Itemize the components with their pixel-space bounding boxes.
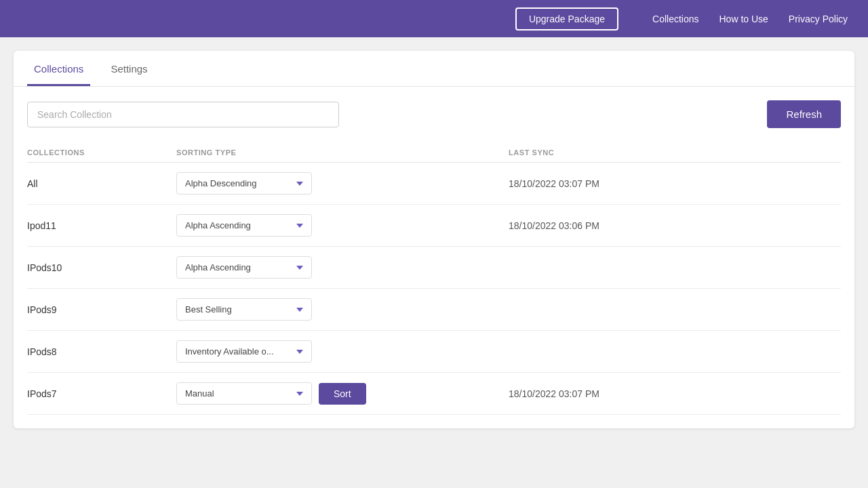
table-row: IPods7Alpha DescendingAlpha AscendingBes… — [27, 373, 841, 415]
table-header: COLLECTIONS SORTING TYPE LAST SYNC — [27, 142, 841, 163]
sort-cell: Alpha DescendingAlpha AscendingBest Sell… — [176, 382, 509, 405]
collection-name: IPods9 — [27, 304, 176, 315]
sort-cell: Alpha DescendingAlpha AscendingBest Sell… — [176, 172, 509, 195]
table-row: Ipod11Alpha DescendingAlpha AscendingBes… — [27, 205, 841, 247]
sort-cell: Alpha DescendingAlpha AscendingBest Sell… — [176, 214, 509, 237]
header-collections: COLLECTIONS — [27, 148, 176, 157]
refresh-button[interactable]: Refresh — [767, 100, 841, 128]
tab-settings[interactable]: Settings — [104, 51, 154, 86]
table-row: IPods10Alpha DescendingAlpha AscendingBe… — [27, 247, 841, 289]
upgrade-package-button[interactable]: Upgrade Package — [515, 7, 618, 30]
sort-select[interactable]: Alpha DescendingAlpha AscendingBest Sell… — [176, 340, 312, 363]
tab-bar: Collections Settings — [14, 51, 854, 87]
nav-collections-link[interactable]: Collections — [652, 14, 698, 24]
collection-name: IPods10 — [27, 262, 176, 273]
table-body: AllAlpha DescendingAlpha AscendingBest S… — [27, 163, 841, 415]
tab-collections[interactable]: Collections — [27, 51, 90, 86]
nav-howto-link[interactable]: How to Use — [719, 14, 768, 24]
search-input[interactable] — [27, 102, 339, 127]
sort-select[interactable]: Alpha DescendingAlpha AscendingBest Sell… — [176, 382, 312, 405]
collection-name: All — [27, 178, 176, 189]
collection-name: IPods7 — [27, 388, 176, 399]
sort-cell: Alpha DescendingAlpha AscendingBest Sell… — [176, 298, 509, 321]
sort-select[interactable]: Alpha DescendingAlpha AscendingBest Sell… — [176, 256, 312, 279]
sort-button[interactable]: Sort — [319, 383, 366, 405]
main-card: Collections Settings Refresh COLLECTIONS… — [14, 51, 854, 428]
sort-select[interactable]: Alpha DescendingAlpha AscendingBest Sell… — [176, 214, 312, 237]
nav-privacy-link[interactable]: Privacy Policy — [789, 14, 848, 24]
collections-table: COLLECTIONS SORTING TYPE LAST SYNC AllAl… — [14, 135, 854, 428]
table-row: AllAlpha DescendingAlpha AscendingBest S… — [27, 163, 841, 205]
last-sync-value: 18/10/2022 03:07 PM — [509, 388, 841, 399]
header-last-sync: LAST SYNC — [509, 148, 841, 157]
table-row: IPods8Alpha DescendingAlpha AscendingBes… — [27, 331, 841, 373]
sort-cell: Alpha DescendingAlpha AscendingBest Sell… — [176, 340, 509, 363]
collection-name: IPods8 — [27, 346, 176, 357]
collection-name: Ipod11 — [27, 220, 176, 231]
sort-select[interactable]: Alpha DescendingAlpha AscendingBest Sell… — [176, 298, 312, 321]
last-sync-value: 18/10/2022 03:07 PM — [509, 178, 841, 189]
header-sorting-type: SORTING TYPE — [176, 148, 509, 157]
sort-select[interactable]: Alpha DescendingAlpha AscendingBest Sell… — [176, 172, 312, 195]
toolbar: Refresh — [14, 87, 854, 135]
sort-cell: Alpha DescendingAlpha AscendingBest Sell… — [176, 256, 509, 279]
last-sync-value: 18/10/2022 03:06 PM — [509, 220, 841, 231]
table-row: IPods9Alpha DescendingAlpha AscendingBes… — [27, 289, 841, 331]
top-navigation: Upgrade Package Collections How to Use P… — [0, 0, 868, 37]
